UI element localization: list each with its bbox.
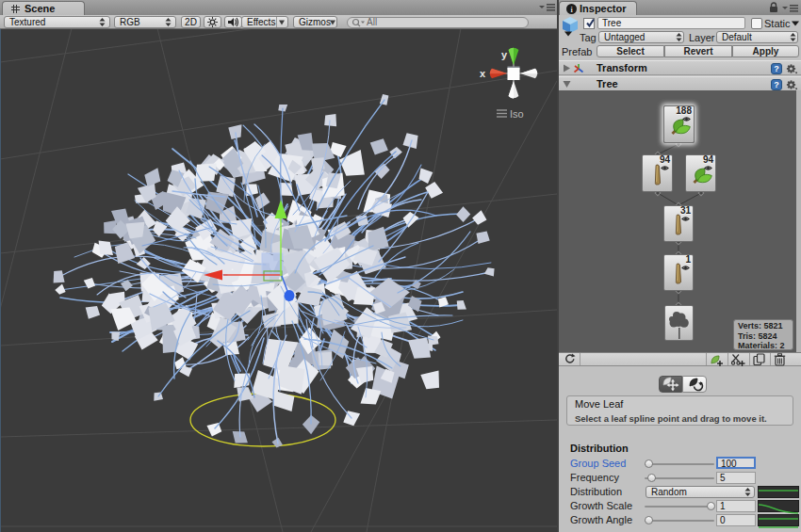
svg-text:Iso: Iso (510, 108, 524, 120)
svg-text:y: y (501, 49, 508, 60)
svg-text:?: ? (774, 80, 779, 89)
svg-text:x: x (480, 68, 486, 79)
svg-text:?: ? (774, 64, 779, 73)
